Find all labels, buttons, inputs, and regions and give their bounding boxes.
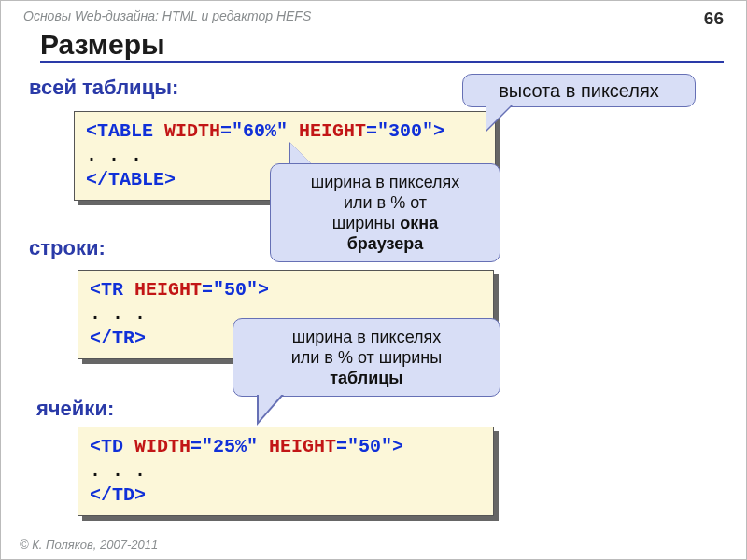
callout-text-bold: браузера xyxy=(347,234,424,253)
slide-title: Размеры xyxy=(40,29,724,63)
code-token: <TABLE xyxy=(86,120,164,142)
callout-height: высота в пикселях xyxy=(462,74,696,107)
code-token: ="60%" xyxy=(220,120,299,142)
callout-text: высота в пикселях xyxy=(499,80,659,101)
slide-header: Основы Web-дизайна: HTML и редактор HEFS… xyxy=(23,8,724,29)
code-token: . . . xyxy=(90,303,146,325)
code-token: ="50"> xyxy=(202,279,269,301)
code-token: ="50"> xyxy=(336,436,403,457)
code-token: </TABLE> xyxy=(86,169,176,190)
code-token: . . . xyxy=(86,145,142,166)
callout-text: ширина в пикселях xyxy=(292,328,442,346)
callout-width-window: ширина в пикселях или в % от ширины окна… xyxy=(270,163,500,262)
callout-text: ширина в пикселях xyxy=(311,173,460,191)
code-token: </TD> xyxy=(90,484,146,506)
code-token: <TD xyxy=(90,436,134,457)
code-token: HEIGHT xyxy=(299,120,366,142)
code-token: HEIGHT xyxy=(269,436,336,457)
callout-tail xyxy=(486,104,513,130)
code-token: ="25%" xyxy=(190,436,269,457)
subheading-cell: ячейки: xyxy=(36,397,114,421)
slide-footer: © К. Поляков, 2007-2011 xyxy=(20,538,158,552)
callout-text-bold: таблицы xyxy=(330,369,402,387)
code-token: </TR> xyxy=(90,328,146,349)
code-token: WIDTH xyxy=(164,120,220,142)
code-token: . . . xyxy=(90,460,146,482)
code-token: ="300"> xyxy=(366,120,444,142)
callout-tail xyxy=(259,393,283,421)
code-token: HEIGHT xyxy=(134,279,202,301)
callout-text-bold: окна xyxy=(400,214,438,232)
code-token: WIDTH xyxy=(134,436,190,457)
slide: Основы Web-дизайна: HTML и редактор HEFS… xyxy=(0,0,747,560)
page-number: 66 xyxy=(704,8,724,29)
subheading-row: строки: xyxy=(29,236,106,260)
code-token: <TR xyxy=(90,279,134,301)
header-text: Основы Web-дизайна: HTML и редактор HEFS xyxy=(23,8,311,29)
callout-text: или в % от ширины xyxy=(291,348,442,367)
callout-width-table: ширина в пикселях или в % от ширины табл… xyxy=(233,318,500,397)
subheading-table: всей таблицы: xyxy=(29,76,178,100)
code-box-cell: <TD WIDTH="25%" HEIGHT="50"> . . . </TD> xyxy=(78,427,494,516)
callout-text: ширины xyxy=(332,214,400,232)
callout-text: или в % от xyxy=(344,193,427,212)
